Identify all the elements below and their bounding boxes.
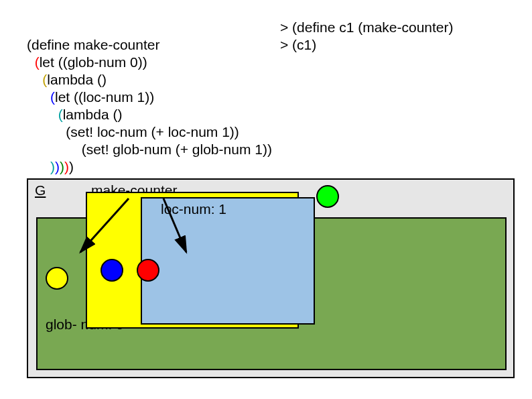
close-1: ) <box>50 159 55 174</box>
code-line-4a <box>27 89 50 105</box>
code-line-8a <box>27 159 50 174</box>
code-line-5b: lambda () <box>63 107 123 122</box>
code-line-1: (define make-counter <box>27 37 159 52</box>
repl-line-1: > (define c1 (make-counter) <box>280 19 454 36</box>
code-line-5a <box>27 107 58 122</box>
paren-let-inner: ( <box>50 89 55 105</box>
code-line-2b: let ((glob-num 0)) <box>40 54 147 70</box>
code-line-2a <box>27 54 35 70</box>
paren-lambda-inner: ( <box>58 107 63 122</box>
close-3: ) <box>60 159 64 174</box>
code-line-4b: let ((loc-num 1)) <box>55 89 154 105</box>
closure-dot-green <box>316 185 339 208</box>
close-5: ) <box>69 159 74 174</box>
global-env-box: G make-counter c1 glob- num: 0 loc-num: … <box>27 178 515 378</box>
repl-line-2: > (c1) <box>280 36 454 54</box>
closure-dot-red <box>137 259 159 282</box>
global-env-label: G <box>35 182 46 198</box>
code-listing: (define make-counter (let ((glob-num 0))… <box>27 19 272 176</box>
code-line-3a <box>27 72 42 87</box>
close-4: ) <box>64 159 69 174</box>
code-line-6: (set! loc-num (+ loc-num 1)) <box>27 124 239 139</box>
code-line-7: (set! glob-num (+ glob-num 1)) <box>27 141 272 157</box>
repl-area: > (define c1 (make-counter) > (c1) <box>280 19 454 54</box>
loc-num-label: loc-num: 1 <box>161 201 226 217</box>
closure-dot-yellow <box>46 267 68 290</box>
close-2: ) <box>55 159 60 174</box>
paren-let-outer: ( <box>35 54 40 70</box>
code-line-3b: lambda () <box>47 72 107 87</box>
closure-dot-blue <box>101 259 123 282</box>
